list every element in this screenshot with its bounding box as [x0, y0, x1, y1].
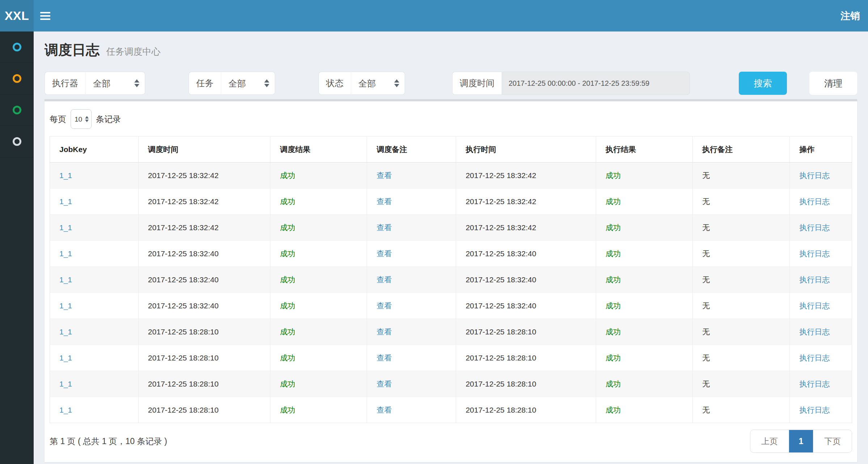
- execution-log-link[interactable]: 执行日志: [799, 249, 830, 258]
- jobkey-link[interactable]: 1_1: [59, 275, 72, 284]
- next-page-button[interactable]: 下页: [813, 430, 852, 452]
- sidebar-item-menu-4[interactable]: [0, 126, 34, 157]
- handle-time-value: 2017-12-25 18:32:40: [465, 275, 536, 284]
- logout-link[interactable]: 注销: [833, 0, 868, 31]
- trigger-time-value: 2017-12-25 18:32:42: [148, 197, 219, 206]
- handle-result-value: 成功: [606, 223, 621, 232]
- trigger-result-value: 成功: [280, 275, 295, 284]
- execution-log-link[interactable]: 执行日志: [799, 406, 830, 414]
- trigger-time-value: 2017-12-25 18:32:42: [148, 223, 219, 232]
- per-page-select[interactable]: 10: [71, 109, 92, 129]
- trigger-result-value: 成功: [280, 249, 295, 258]
- content-header: 调度日志 任务调度中心: [45, 31, 857, 69]
- trigger-msg-link[interactable]: 查看: [376, 275, 392, 284]
- table-row: 1_1 2017-12-25 18:32:40 成功 查看 2017-12-25…: [50, 267, 852, 293]
- sidebar: [0, 31, 34, 464]
- column-header-jobkey: JobKey: [50, 136, 139, 163]
- handle-msg-value: 无: [702, 354, 710, 362]
- sidebar-item-menu-1[interactable]: [0, 31, 34, 63]
- trigger-time-value: 2017-12-25 18:28:10: [148, 406, 219, 414]
- status-filter-select[interactable]: 全部: [351, 72, 405, 95]
- circle-o-icon: [13, 106, 21, 114]
- trigger-msg-link[interactable]: 查看: [376, 249, 392, 258]
- execution-log-link[interactable]: 执行日志: [799, 275, 830, 284]
- trigger-msg-link[interactable]: 查看: [376, 328, 392, 336]
- filter-toolbar: 执行器 全部 任务 全部 状态 全部: [45, 72, 857, 95]
- handle-result-value: 成功: [606, 354, 621, 362]
- trigger-result-value: 成功: [280, 223, 295, 232]
- sidebar-toggle-button[interactable]: [34, 0, 57, 31]
- execution-log-link[interactable]: 执行日志: [799, 301, 830, 310]
- column-header-handle-msg: 执行备注: [693, 136, 790, 163]
- execution-log-link[interactable]: 执行日志: [799, 197, 830, 206]
- handle-time-value: 2017-12-25 18:28:10: [465, 354, 536, 362]
- jobkey-link[interactable]: 1_1: [59, 380, 72, 388]
- job-filter-select[interactable]: 全部: [221, 72, 275, 95]
- execution-log-link[interactable]: 执行日志: [799, 223, 830, 232]
- execution-log-link[interactable]: 执行日志: [799, 171, 830, 180]
- job-filter-label: 任务: [189, 72, 221, 95]
- page-subtitle: 任务调度中心: [106, 46, 160, 56]
- table-row: 1_1 2017-12-25 18:28:10 成功 查看 2017-12-25…: [50, 397, 852, 423]
- handle-result-value: 成功: [606, 301, 621, 310]
- jobkey-link[interactable]: 1_1: [59, 171, 72, 180]
- jobkey-link[interactable]: 1_1: [59, 406, 72, 414]
- app-logo[interactable]: XXL: [0, 0, 34, 31]
- prev-page-button[interactable]: 上页: [750, 430, 789, 452]
- sidebar-item-menu-3[interactable]: [0, 94, 34, 126]
- trigger-time-value: 2017-12-25 18:32:40: [148, 275, 219, 284]
- execution-log-link[interactable]: 执行日志: [799, 380, 830, 388]
- handle-time-value: 2017-12-25 18:32:40: [465, 301, 536, 310]
- execution-log-link[interactable]: 执行日志: [799, 354, 830, 362]
- trigger-time-value: 2017-12-25 18:28:10: [148, 328, 219, 336]
- table-header-row: JobKey 调度时间 调度结果 调度备注 执行时间 执行结果 执行备注 操作: [50, 136, 852, 163]
- status-filter-label: 状态: [319, 72, 351, 95]
- trigger-result-value: 成功: [280, 328, 295, 336]
- sidebar-item-menu-2[interactable]: [0, 63, 34, 94]
- jobkey-link[interactable]: 1_1: [59, 223, 72, 232]
- per-page-control: 每页 10 条记录: [50, 101, 852, 136]
- trigger-msg-link[interactable]: 查看: [376, 301, 392, 310]
- job-filter-group: 任务 全部: [189, 72, 275, 95]
- trigger-time-value: 2017-12-25 18:32:40: [148, 249, 219, 258]
- table-row: 1_1 2017-12-25 18:32:42 成功 查看 2017-12-25…: [50, 215, 852, 241]
- executor-filter-label: 执行器: [45, 72, 85, 95]
- executor-filter-group: 执行器 全部: [45, 72, 145, 95]
- trigger-msg-link[interactable]: 查看: [376, 171, 392, 180]
- trigger-time-range-input[interactable]: [502, 72, 690, 95]
- table-row: 1_1 2017-12-25 18:28:10 成功 查看 2017-12-25…: [50, 371, 852, 397]
- navbar-spacer: [57, 0, 833, 31]
- trigger-time-value: 2017-12-25 18:32:40: [148, 301, 219, 310]
- handle-msg-value: 无: [702, 301, 710, 310]
- search-button[interactable]: 搜索: [739, 72, 787, 95]
- main-content: 调度日志 任务调度中心 执行器 全部 任务 全部 状态: [34, 31, 868, 464]
- trigger-time-value: 2017-12-25 18:28:10: [148, 380, 219, 388]
- jobkey-link[interactable]: 1_1: [59, 249, 72, 258]
- executor-filter-select[interactable]: 全部: [85, 72, 145, 95]
- handle-time-value: 2017-12-25 18:28:10: [465, 380, 536, 388]
- handle-msg-value: 无: [702, 197, 710, 206]
- dispatch-log-table: JobKey 调度时间 调度结果 调度备注 执行时间 执行结果 执行备注 操作 …: [50, 136, 852, 423]
- circle-o-icon: [13, 43, 21, 51]
- jobkey-link[interactable]: 1_1: [59, 328, 72, 336]
- log-table-panel: 每页 10 条记录 JobKey 调度时间 调度结果 调度备注 执行: [45, 99, 857, 462]
- trigger-msg-link[interactable]: 查看: [376, 197, 392, 206]
- execution-log-link[interactable]: 执行日志: [799, 328, 830, 336]
- trigger-time-value: 2017-12-25 18:32:42: [148, 171, 219, 180]
- trigger-msg-link[interactable]: 查看: [376, 354, 392, 362]
- trigger-msg-link[interactable]: 查看: [376, 223, 392, 232]
- handle-msg-value: 无: [702, 249, 710, 258]
- clean-button[interactable]: 清理: [809, 72, 857, 95]
- handle-time-value: 2017-12-25 18:28:10: [465, 406, 536, 414]
- trigger-time-filter-label: 调度时间: [452, 72, 502, 95]
- jobkey-link[interactable]: 1_1: [59, 354, 72, 362]
- trigger-msg-link[interactable]: 查看: [376, 380, 392, 388]
- trigger-result-value: 成功: [280, 380, 295, 388]
- column-header-trigger-time: 调度时间: [138, 136, 270, 163]
- handle-result-value: 成功: [606, 275, 621, 284]
- jobkey-link[interactable]: 1_1: [59, 197, 72, 206]
- pagination-info: 第 1 页 ( 总共 1 页，10 条记录 ): [50, 436, 167, 447]
- jobkey-link[interactable]: 1_1: [59, 301, 72, 310]
- current-page-button[interactable]: 1: [789, 430, 813, 452]
- trigger-msg-link[interactable]: 查看: [376, 406, 392, 414]
